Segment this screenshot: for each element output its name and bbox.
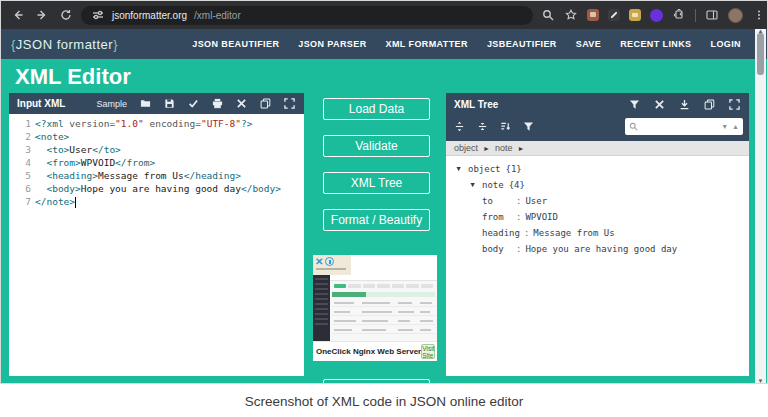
- ad-sidebar-art: [313, 275, 330, 341]
- tree-toolbar-row2: [454, 121, 534, 132]
- ad-logos: ✕: [313, 255, 351, 275]
- ad-content-art: [330, 275, 437, 341]
- puzzle-icon[interactable]: [672, 8, 686, 22]
- sort-icon[interactable]: [500, 121, 511, 132]
- partial-button[interactable]: [323, 379, 430, 384]
- funnel-icon[interactable]: [523, 121, 534, 132]
- divider[interactable]: [695, 9, 696, 22]
- code-text: <heading>Message from Us</heading>: [35, 169, 241, 182]
- nav-links: JSON BEAUTIFIERJSON PARSERXML FORMATTERJ…: [192, 39, 741, 49]
- tree-row[interactable]: to:User: [446, 193, 749, 209]
- tree-search-input[interactable]: [641, 121, 718, 131]
- breadcrumb-item[interactable]: note: [495, 143, 513, 153]
- code-text: <from>WPVOID</from>: [35, 156, 155, 169]
- xml-tree-view[interactable]: ▼object{1}▼note{4}to:Userfrom:WPVOIDhead…: [446, 156, 749, 376]
- line-number: 3: [9, 143, 35, 156]
- copy-icon[interactable]: [260, 98, 271, 109]
- xml-tree-button[interactable]: XML Tree: [323, 172, 430, 194]
- site-logo[interactable]: {JSON formatter}: [11, 37, 118, 52]
- tree-breadcrumb[interactable]: object►note►: [446, 141, 749, 156]
- fold-marker-icon[interactable]: -: [33, 130, 39, 143]
- logo-text: JSON formatter: [16, 37, 113, 52]
- forward-icon[interactable]: [35, 8, 49, 22]
- tree-row[interactable]: heading:Message from Us: [446, 225, 749, 241]
- tree-value: WPVOID: [525, 212, 558, 222]
- code-line[interactable]: 4 <from>WPVOID</from>: [9, 156, 304, 169]
- save-icon[interactable]: [164, 98, 175, 109]
- scrollbar-thumb[interactable]: [757, 33, 764, 75]
- check-icon[interactable]: [188, 98, 199, 109]
- tree-row[interactable]: ▼object{1}: [446, 161, 749, 177]
- funnel-icon[interactable]: [629, 99, 640, 110]
- url-host: jsonformatter.org: [112, 10, 187, 21]
- expand-icon[interactable]: [284, 98, 295, 109]
- tree-node-count: {1}: [506, 164, 522, 174]
- nav-link-login[interactable]: LOGIN: [711, 39, 742, 49]
- xml-code-editor[interactable]: 1<?xml version="1.0" encoding="UTF-8"?>2…: [9, 114, 304, 376]
- search-next-icon[interactable]: ▲: [732, 123, 739, 130]
- nav-link-recent-links[interactable]: RECENT LINKS: [620, 39, 691, 49]
- profile-avatar[interactable]: [728, 8, 743, 23]
- tree-colon: :: [512, 196, 525, 206]
- expand-icon[interactable]: [729, 99, 740, 110]
- close-icon[interactable]: [236, 98, 247, 109]
- tree-row[interactable]: from:WPVOID: [446, 209, 749, 225]
- load-data-button[interactable]: Load Data: [323, 98, 430, 120]
- collapse-all-icon[interactable]: [477, 121, 488, 132]
- ext-pen-icon[interactable]: [608, 9, 620, 21]
- nav-link-save[interactable]: SAVE: [576, 39, 601, 49]
- ext-red-icon[interactable]: [587, 9, 599, 21]
- expand-all-icon[interactable]: [454, 121, 465, 132]
- line-number: 7: [9, 195, 35, 208]
- sidebar-icon[interactable]: [705, 8, 719, 22]
- tree-row[interactable]: ▼note{4}: [446, 177, 749, 193]
- ext-yellow-icon[interactable]: [629, 9, 641, 21]
- ad-preview-image: [313, 275, 437, 341]
- search-prev-icon[interactable]: ▼: [721, 123, 728, 130]
- url-path: /xml-editor: [194, 10, 241, 21]
- site-navbar: {JSON formatter} JSON BEAUTIFIERJSON PAR…: [1, 29, 767, 59]
- page-scrollbar[interactable]: ▲ ▼: [755, 29, 766, 384]
- copy-icon[interactable]: [704, 99, 715, 110]
- reload-icon[interactable]: [59, 8, 73, 22]
- tree-expander-icon[interactable]: ▼: [468, 181, 477, 189]
- site-info-icon[interactable]: [91, 8, 105, 22]
- format-beautify-button[interactable]: Format / Beautify: [323, 209, 430, 231]
- tree-expander-icon[interactable]: ▼: [454, 165, 463, 173]
- star-icon[interactable]: [564, 8, 578, 22]
- code-line[interactable]: 6 <body>Hope you are having good day</bo…: [9, 182, 304, 195]
- tree-key: from: [482, 212, 512, 222]
- code-line[interactable]: 3 <to>User</to>: [9, 143, 304, 156]
- tree-row[interactable]: body:Hope you are having good day: [446, 241, 749, 257]
- tree-header-toolbar: [629, 99, 749, 110]
- breadcrumb-arrow-icon: ►: [518, 145, 525, 152]
- code-text: <note>: [35, 130, 69, 143]
- back-icon[interactable]: [11, 8, 25, 22]
- tree-search-box[interactable]: ▼▲: [625, 118, 743, 135]
- scroll-down-icon[interactable]: ▼: [755, 378, 766, 384]
- zoom-icon[interactable]: [541, 8, 555, 22]
- line-number: 1: [9, 117, 35, 130]
- nav-link-json-beautifier[interactable]: JSON BEAUTIFIER: [192, 39, 279, 49]
- ad-visit-site-button[interactable]: Visit Site: [421, 344, 435, 359]
- print-icon[interactable]: [212, 98, 223, 109]
- code-line[interactable]: 5 <heading>Message from Us</heading>: [9, 169, 304, 182]
- menu-dots-icon[interactable]: [752, 8, 766, 22]
- sample-button[interactable]: Sample: [96, 99, 127, 109]
- ext-purple-icon[interactable]: [650, 9, 663, 22]
- code-line[interactable]: 7</note>: [9, 195, 304, 208]
- folder-icon[interactable]: [140, 98, 151, 109]
- nav-link-xml-formatter[interactable]: XML FORMATTER: [386, 39, 468, 49]
- nav-link-json-parser[interactable]: JSON PARSER: [298, 39, 366, 49]
- browser-nav-buttons: [1, 8, 81, 22]
- code-line[interactable]: 2-<note>: [9, 130, 304, 143]
- code-line[interactable]: 1<?xml version="1.0" encoding="UTF-8"?>: [9, 117, 304, 130]
- download-icon[interactable]: [679, 99, 690, 110]
- nav-link-jsbeautifier[interactable]: JSBEAUTIFIER: [487, 39, 557, 49]
- tree-key: heading: [482, 228, 520, 238]
- validate-button[interactable]: Validate: [323, 135, 430, 157]
- ad-banner[interactable]: ✕ OneClick Nginx Web Server Visit Site: [313, 255, 437, 361]
- breadcrumb-item[interactable]: object: [454, 143, 478, 153]
- address-bar[interactable]: jsonformatter.org/xml-editor: [81, 6, 533, 25]
- close-icon[interactable]: [654, 99, 665, 110]
